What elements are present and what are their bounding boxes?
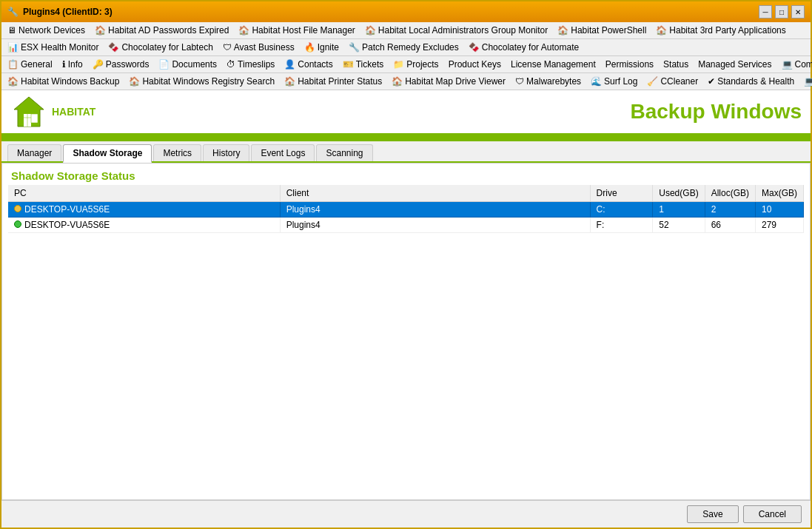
- menu-projects[interactable]: 📁 Projects: [389, 58, 443, 71]
- habitat-ad-label: Habitat AD Passwords Expired: [108, 25, 229, 36]
- menu-chocolatey-automate[interactable]: 🍫 Chocolatey for Automate: [464, 41, 583, 54]
- menu-habitat-registry[interactable]: 🏠 Habitat Windows Registry Search: [124, 75, 279, 88]
- tab-history[interactable]: History: [203, 144, 249, 161]
- col-header-drive: Drive: [590, 185, 653, 202]
- tab-scanning[interactable]: Scanning: [316, 144, 372, 161]
- choc-lab-icon: 🍫: [108, 42, 119, 53]
- tickets-icon: 🎫: [343, 59, 354, 70]
- app-header: HABITAT Backup Windows: [1, 90, 811, 135]
- menu-ignite[interactable]: 🔥 Ignite: [300, 41, 343, 54]
- menu-patch-remedy[interactable]: 🔧 Patch Remedy Excludes: [344, 41, 463, 54]
- menu-habitat-3rd-party[interactable]: 🏠 Habitat 3rd Party Applications: [651, 24, 790, 37]
- tab-manager[interactable]: Manager: [7, 144, 61, 161]
- menu-product-keys[interactable]: Product Keys: [444, 58, 506, 71]
- menu-habitat-printer[interactable]: 🏠 Habitat Printer Status: [280, 75, 386, 88]
- menu-info[interactable]: ℹ Info: [58, 58, 87, 71]
- habitat-local-label: Habitat Local Administrators Group Monit…: [378, 25, 548, 36]
- menu-surf-log[interactable]: 🌊 Surf Log: [586, 75, 642, 88]
- main-window: 🔧 Plugins4 (ClientID: 3) ─ □ ✕ 🖥 Network…: [0, 0, 812, 529]
- general-icon: 📋: [7, 59, 19, 70]
- status-indicator: [14, 220, 21, 228]
- computers-label: Computers: [795, 59, 812, 70]
- habitat-ps-label: Habitat PowerShell: [571, 25, 646, 36]
- close-button[interactable]: ✕: [791, 5, 805, 18]
- menu-chocolatey-labtech[interactable]: 🍫 Chocolatey for Labtech: [104, 41, 217, 54]
- surf-label: Surf Log: [604, 76, 637, 87]
- habitat-3rd-label: Habitat 3rd Party Applications: [669, 25, 785, 36]
- ignite-icon: 🔥: [304, 42, 315, 53]
- menu-contacts[interactable]: 👤 Contacts: [280, 58, 337, 71]
- menu-malwarebytes[interactable]: 🛡 Malwarebytes: [511, 75, 585, 88]
- table-row[interactable]: DESKTOP-VUA5S6EPlugins4C:1210: [8, 202, 804, 218]
- passwords-icon: 🔑: [93, 59, 104, 70]
- hwb-icon: 🏠: [7, 76, 19, 87]
- menu-managed-services[interactable]: Managed Services: [694, 58, 776, 71]
- table-container[interactable]: PC Client Drive Used(GB) Alloc(GB) Max(G…: [2, 185, 810, 499]
- tab-event-logs[interactable]: Event Logs: [251, 144, 315, 161]
- menu-habitat-powershell[interactable]: 🏠 Habitat PowerShell: [553, 24, 651, 37]
- menu-avast[interactable]: 🛡 Avast Business: [218, 41, 299, 54]
- logo-text: HABITAT: [52, 106, 95, 118]
- status-indicator: [14, 205, 21, 212]
- col-header-alloc: Alloc(GB): [705, 185, 755, 202]
- projects-label: Projects: [406, 59, 438, 70]
- tab-shadow-storage[interactable]: Shadow Storage: [63, 144, 152, 163]
- malware-label: Malwarebytes: [526, 76, 581, 87]
- managed-services-label: Managed Services: [698, 59, 771, 70]
- bottom-bar: Save Cancel: [1, 500, 811, 528]
- menu-license-mgmt[interactable]: License Management: [506, 58, 600, 71]
- menu-habitat-ad-passwords[interactable]: 🏠 Habitat AD Passwords Expired: [90, 24, 233, 37]
- maximize-button[interactable]: □: [775, 5, 788, 18]
- menu-esx[interactable]: 📊 ESX Health Monitor: [3, 41, 103, 54]
- cell-pc: DESKTOP-VUA5S6E: [8, 218, 280, 233]
- timeslips-label: Timeslips: [238, 59, 275, 70]
- menu-habitat-windows-backup[interactable]: 🏠 Habitat Windows Backup: [3, 75, 124, 88]
- avast-label: Avast Business: [234, 42, 295, 53]
- status-label: Status: [663, 59, 688, 70]
- hmap-label: Habitat Map Drive Viewer: [405, 76, 506, 87]
- menu-general[interactable]: 📋 General: [3, 58, 57, 71]
- choc-lab-label: Chocolatey for Labtech: [121, 42, 212, 53]
- cell-drive: C:: [590, 202, 653, 218]
- info-label: Info: [68, 59, 83, 70]
- menu-tickets[interactable]: 🎫 Tickets: [338, 58, 389, 71]
- minimize-button[interactable]: ─: [759, 5, 772, 18]
- menu-habitat-local-admin[interactable]: 🏠 Habitat Local Administrators Group Mon…: [360, 24, 552, 37]
- table-row[interactable]: DESKTOP-VUA5S6EPlugins4F:5266279: [8, 218, 804, 233]
- menu-standards-health[interactable]: ✔ Standards & Health: [703, 75, 799, 88]
- save-button[interactable]: Save: [687, 505, 738, 523]
- col-header-client: Client: [280, 185, 590, 202]
- menu-habitat-host-file[interactable]: 🏠 Habitat Host File Manager: [234, 24, 359, 37]
- window-title: Plugins4 (ClientID: 3): [23, 7, 113, 17]
- house-svg-icon: [10, 93, 47, 130]
- menu-powershell[interactable]: 💻 PowerShell: [799, 75, 812, 88]
- menu-documents[interactable]: 📄 Documents: [154, 58, 221, 71]
- permissions-label: Permissions: [605, 59, 654, 70]
- menu-habitat-map-drive[interactable]: 🏠 Habitat Map Drive Viewer: [387, 75, 510, 88]
- shadow-storage-table: PC Client Drive Used(GB) Alloc(GB) Max(G…: [8, 185, 804, 233]
- cell-used: 52: [653, 218, 705, 233]
- timeslips-icon: ⏱: [227, 59, 235, 70]
- menu-ccleaner[interactable]: 🧹 CCleaner: [642, 75, 702, 88]
- menu-permissions[interactable]: Permissions: [601, 58, 658, 71]
- cell-alloc: 66: [705, 218, 755, 233]
- habitat-ps-icon: 🏠: [557, 25, 568, 36]
- tickets-label: Tickets: [356, 59, 384, 70]
- cancel-button[interactable]: Cancel: [743, 505, 802, 523]
- tab-metrics[interactable]: Metrics: [153, 144, 201, 161]
- computers-icon: 💻: [782, 59, 793, 70]
- menu-passwords[interactable]: 🔑 Passwords: [88, 58, 154, 71]
- patch-label: Patch Remedy Excludes: [362, 42, 459, 53]
- section-title: Shadow Storage Status: [2, 164, 810, 185]
- cell-client: Plugins4: [280, 218, 590, 233]
- cell-max: 279: [755, 218, 803, 233]
- menu-timeslips[interactable]: ⏱ Timeslips: [222, 58, 279, 71]
- hreg-label: Habitat Windows Registry Search: [142, 76, 275, 87]
- passwords-label: Passwords: [106, 59, 150, 70]
- title-bar-controls: ─ □ ✕: [759, 5, 805, 18]
- menu-network-devices[interactable]: 🖥 Network Devices: [3, 24, 90, 37]
- svg-rect-2: [31, 114, 38, 123]
- menu-status[interactable]: Status: [659, 58, 693, 71]
- sh-icon: ✔: [708, 76, 715, 87]
- menu-computers[interactable]: 💻 Computers: [777, 58, 812, 71]
